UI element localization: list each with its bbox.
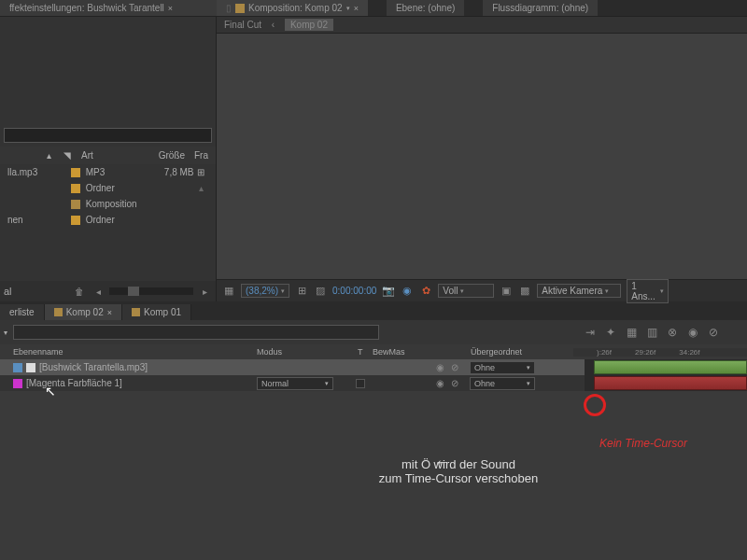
column-extra[interactable]: Fra: [194, 150, 208, 161]
header-parent[interactable]: Übergeordnet: [471, 347, 573, 357]
region-icon[interactable]: ▣: [500, 285, 513, 298]
header-trackmatte[interactable]: BewMas: [373, 347, 471, 357]
script-icon[interactable]: ⊘: [704, 323, 723, 342]
breadcrumb-current[interactable]: Komp 02: [285, 19, 333, 31]
layer-name: [Bushwick Tarantella.mp3]: [39, 362, 148, 372]
brain-icon[interactable]: ⊗: [663, 323, 682, 342]
timeline-controls: ▾ ⇥ ✦ ▦ ▥ ⊗ ◉ ⊘: [0, 320, 747, 344]
play-left-icon[interactable]: ◂: [91, 284, 106, 299]
audio-clip[interactable]: [594, 360, 747, 374]
eye-icon[interactable]: ◉: [436, 362, 447, 373]
shy-icon[interactable]: ⇥: [581, 323, 599, 342]
play-right-icon[interactable]: ▸: [197, 284, 212, 299]
tab-label: erliste: [9, 307, 35, 317]
solid-clip[interactable]: [594, 376, 747, 390]
grid-icon[interactable]: ▦: [222, 285, 235, 298]
link-icon[interactable]: ⊘: [451, 362, 462, 373]
annotation-circle: [584, 394, 606, 416]
scroll-up-icon[interactable]: ▴: [194, 183, 208, 193]
composition-icon: [54, 308, 63, 316]
quality-dropdown[interactable]: Voll: [438, 284, 494, 298]
item-size: 7,8 MB: [150, 167, 193, 177]
project-row[interactable]: nen Ordner: [0, 212, 216, 228]
composition-viewer: Final Cut ‹ Komp 02 ▦ (38,2%) ⊞ ▨ 0:00:0…: [217, 17, 747, 301]
item-type: Ordner: [86, 183, 151, 193]
eye-icon[interactable]: ◉: [436, 378, 447, 389]
parent-dropdown[interactable]: Ohne: [470, 361, 535, 374]
item-type: MP3: [86, 167, 151, 177]
project-search-input[interactable]: [4, 128, 212, 143]
header-time-ruler[interactable]: ):26f 29:26f 34:26f: [573, 348, 747, 357]
layer-color-swatch[interactable]: [13, 379, 22, 388]
header-t[interactable]: T: [358, 347, 373, 357]
panel-tab-flowchart[interactable]: Flussdiagramm: (ohne): [483, 0, 598, 16]
slider-handle[interactable]: [128, 287, 139, 296]
snapshot-icon[interactable]: 📷: [382, 285, 395, 298]
timeline-search-input[interactable]: [13, 325, 379, 340]
frame-blend-icon[interactable]: ▦: [622, 323, 641, 342]
tag-icon[interactable]: ◥: [63, 150, 71, 161]
timecode-display[interactable]: 0:00:00:00: [332, 286, 376, 296]
timeline-tab-komp02[interactable]: Komp 02 ×: [45, 304, 122, 320]
parent-dropdown[interactable]: Ohne: [470, 377, 535, 390]
item-name: nen: [7, 215, 71, 225]
resolution-icon[interactable]: ⊞: [295, 285, 308, 298]
transparency-icon[interactable]: ▨: [314, 285, 327, 298]
header-layer-name[interactable]: Ebenenname: [0, 347, 257, 357]
audio-file-icon: [26, 363, 35, 372]
sort-icon[interactable]: ▴: [47, 150, 51, 161]
column-type[interactable]: Art: [81, 150, 145, 161]
layer-color-swatch[interactable]: [13, 363, 22, 372]
time-tick: ):26f: [597, 348, 612, 357]
timeline-track-area[interactable]: [585, 359, 747, 391]
project-row[interactable]: lla.mp3 MP3 7,8 MB ⊞: [0, 164, 216, 180]
dropdown-icon[interactable]: ▾: [346, 5, 350, 12]
close-icon[interactable]: ×: [168, 4, 173, 13]
composition-icon: [71, 200, 80, 209]
header-mode[interactable]: Modus: [257, 347, 358, 357]
track-matte-toggle[interactable]: [356, 379, 365, 388]
panel-tab-effects[interactable]: ffekteinstellungen: Bushwick Tarantell ×: [0, 0, 217, 16]
layer-name: [Magenta Farbfläche 1]: [26, 378, 122, 388]
timeline-tab-komp01[interactable]: Komp 01: [122, 304, 191, 320]
views-dropdown[interactable]: 1 Ans...: [627, 279, 669, 303]
zoom-dropdown[interactable]: (38,2%): [241, 284, 289, 298]
channel-icon[interactable]: ◉: [401, 285, 414, 298]
composition-canvas[interactable]: [217, 34, 747, 279]
link-icon[interactable]: ⊘: [451, 378, 462, 389]
time-tick: 34:26f: [679, 348, 699, 357]
camera-dropdown[interactable]: Aktive Kamera: [537, 284, 621, 298]
project-column-header[interactable]: ▴ ◥ Art Größe Fra: [0, 147, 216, 164]
column-size[interactable]: Größe: [145, 150, 185, 161]
panel-tab-composition[interactable]: ▯ Komposition: Komp 02 ▾ ×: [217, 0, 368, 16]
item-name: lla.mp3: [7, 167, 71, 177]
timeline-tab-renderlist[interactable]: erliste: [0, 304, 45, 320]
dropdown-icon[interactable]: ▾: [4, 329, 7, 337]
motion-blur-icon[interactable]: ▥: [642, 323, 661, 342]
folder-icon: [71, 216, 80, 225]
composition-icon: [235, 4, 245, 13]
rgb-icon[interactable]: ✿: [419, 285, 432, 298]
composition-toolbar: ▦ (38,2%) ⊞ ▨ 0:00:00:00 📷 ◉ ✿ Voll ▣ ▩ …: [217, 279, 747, 301]
blend-mode-dropdown[interactable]: Normal: [257, 377, 333, 390]
panel-tab-label: ffekteinstellungen: Bushwick Tarantell: [9, 3, 164, 13]
project-row[interactable]: Komposition: [0, 196, 216, 212]
close-icon[interactable]: ×: [354, 4, 359, 13]
annotation-label: Kein Time-Cursor: [599, 437, 687, 450]
breadcrumb: Final Cut ‹ Komp 02: [217, 17, 747, 34]
checker-icon[interactable]: ▩: [518, 285, 531, 298]
breadcrumb-root[interactable]: Final Cut: [224, 20, 261, 30]
item-extra: ⊞: [194, 167, 208, 177]
panel-tab-layer[interactable]: Ebene: (ohne): [387, 0, 464, 16]
annotation-hint: mit Ö wird der Sound zum Time-Cursor ver…: [360, 457, 557, 485]
item-type: Ordner: [86, 215, 151, 225]
close-icon[interactable]: ×: [107, 308, 112, 317]
graph-icon[interactable]: ◉: [684, 323, 702, 342]
trash-icon[interactable]: 🗑: [72, 284, 87, 299]
timeline-tabs: erliste Komp 02 × Komp 01: [0, 301, 747, 320]
project-row[interactable]: Ordner ▴: [0, 180, 216, 196]
project-list: lla.mp3 MP3 7,8 MB ⊞ Ordner ▴ Kompositio…: [0, 164, 216, 281]
zoom-slider[interactable]: [109, 287, 193, 295]
panel-tab-label: Ebene: (ohne): [396, 3, 455, 13]
star-icon[interactable]: ✦: [601, 323, 620, 342]
